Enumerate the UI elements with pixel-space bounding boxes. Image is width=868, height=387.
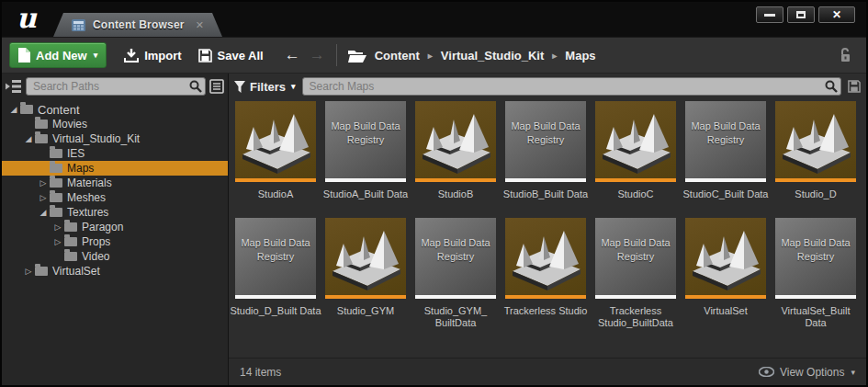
save-search-icon[interactable] (848, 80, 861, 93)
asset-tile[interactable]: Map Build Data RegistryStudioA_Built Dat… (323, 101, 408, 214)
tree-collapsed-icon[interactable]: ▷ (37, 190, 50, 205)
list-view-icon[interactable] (209, 79, 224, 94)
asset-name: StudioB_Built Data (500, 188, 592, 214)
asset-name: StudioC_Built Data (680, 188, 772, 214)
filter-funnel-icon (234, 81, 245, 93)
tree-item-textures[interactable]: ◢ Textures (2, 205, 228, 220)
map-thumbnail[interactable] (505, 218, 586, 299)
tree-item-materials[interactable]: ▷ Materials (2, 176, 228, 190)
breadcrumb-item-maps[interactable]: Maps (565, 49, 595, 63)
filters-button[interactable]: Filters ▾ (234, 80, 296, 94)
save-icon (198, 49, 212, 63)
tab-close-icon[interactable]: ✕ (196, 19, 204, 31)
map-thumbnail[interactable] (685, 218, 766, 299)
registry-thumbnail[interactable]: Map Build Data Registry (595, 218, 676, 299)
close-button[interactable]: ✕ (818, 6, 855, 23)
asset-tile[interactable]: Map Build Data RegistryStudioB_Built Dat… (503, 101, 588, 214)
save-all-button[interactable]: Save All (190, 42, 272, 68)
tree-expanded-icon[interactable]: ◢ (7, 102, 20, 117)
asset-tile[interactable]: Trackerless Studio (503, 218, 588, 331)
tab-content-browser[interactable]: Content Browser ✕ (53, 13, 222, 37)
maximize-button[interactable] (787, 6, 815, 23)
asset-name: Studio_GYM_ BuiltData (410, 305, 502, 331)
asset-tile[interactable]: Map Build Data RegistryTrackerless Studi… (593, 218, 678, 331)
tree-expanded-icon[interactable]: ◢ (37, 205, 50, 220)
search-assets-input[interactable] (302, 77, 841, 96)
tree-item-maps-selected[interactable]: Maps (2, 161, 228, 176)
registry-thumbnail[interactable]: Map Build Data Registry (775, 218, 856, 299)
asset-tile[interactable]: VirtualSet (683, 218, 768, 331)
eye-icon (759, 367, 774, 377)
tree-collapsed-icon[interactable]: ▷ (37, 176, 50, 190)
registry-overlay-text: Map Build Data Registry (329, 120, 402, 147)
registry-thumbnail[interactable]: Map Build Data Registry (505, 101, 586, 182)
tree-item-paragon[interactable]: ▷ Paragon (2, 220, 228, 234)
tree-item-label: Paragon (82, 221, 123, 233)
import-button[interactable]: Import (116, 42, 189, 68)
asset-tile[interactable]: Studio_D (773, 101, 858, 214)
registry-thumbnail[interactable]: Map Build Data Registry (235, 218, 316, 299)
save-all-label: Save All (218, 49, 264, 63)
registry-color-strip (775, 295, 856, 299)
tree-collapsed-icon[interactable]: ▷ (51, 220, 64, 234)
content-browser-body: ◢ Content Movies ◢ Virtual_Studio_Kit (2, 74, 866, 385)
add-new-label: Add New (36, 49, 87, 63)
registry-thumbnail[interactable]: Map Build Data Registry (325, 101, 406, 182)
map-thumbnail[interactable] (415, 101, 496, 182)
minimize-button[interactable] (756, 6, 783, 23)
search-paths-box (26, 77, 206, 96)
back-arrow-icon[interactable]: ← (285, 46, 300, 64)
map-thumbnail[interactable] (595, 101, 676, 182)
asset-tile[interactable]: Map Build Data RegistryStudio_GYM_ Built… (413, 218, 498, 331)
registry-thumbnail[interactable]: Map Build Data Registry (685, 101, 766, 182)
import-label: Import (144, 49, 181, 63)
search-paths-input[interactable] (26, 77, 206, 96)
registry-color-strip (595, 295, 676, 299)
asset-grid: StudioAMap Build Data RegistryStudioA_Bu… (229, 99, 866, 335)
tree-item-label: Movies (52, 118, 87, 131)
map-thumbnail[interactable] (235, 101, 316, 182)
asset-name: Trackerless Studio_BuiltData (590, 305, 682, 331)
tree-item-props[interactable]: ▷ Props (2, 234, 228, 249)
breadcrumb-item-virtual-studio-kit[interactable]: Virtual_Studio_Kit (441, 49, 544, 63)
registry-color-strip (415, 295, 496, 299)
unlock-icon[interactable] (839, 48, 851, 63)
asset-tile[interactable]: StudioB (413, 101, 498, 214)
tree-expanded-icon[interactable]: ◢ (22, 131, 35, 146)
asset-tile[interactable]: StudioA (233, 101, 318, 214)
add-new-button[interactable]: Add New ▾ (9, 42, 107, 68)
breadcrumb: Content ▸ Virtual_Studio_Kit ▸ Maps (348, 49, 596, 63)
tree-item-label: Materials (67, 176, 112, 189)
tree-item-content[interactable]: ◢ Content (2, 102, 228, 117)
chevron-down-icon: ▾ (94, 51, 98, 60)
asset-tile[interactable]: Map Build Data RegistryVirtualSet_Built … (773, 218, 858, 331)
registry-color-strip (235, 295, 316, 299)
view-options-button[interactable]: View Options ▾ (759, 366, 855, 379)
asset-name: VirtualSet_Built Data (770, 305, 862, 331)
tree-item-virtual-studio-kit[interactable]: ◢ Virtual_Studio_Kit (2, 131, 228, 146)
breadcrumb-item-content[interactable]: Content (375, 49, 420, 63)
folder-icon (50, 149, 62, 158)
asset-tile[interactable]: StudioC (593, 101, 678, 214)
tree-item-video[interactable]: Video (2, 249, 228, 264)
tree-item-ies[interactable]: IES (2, 146, 228, 161)
folder-icon (35, 120, 48, 129)
minimize-icon (764, 14, 775, 17)
asset-tile[interactable]: Map Build Data RegistryStudio_D_Built Da… (233, 218, 318, 331)
collapse-sources-icon[interactable] (6, 79, 22, 94)
folder-icon (50, 193, 62, 202)
registry-thumbnail[interactable]: Map Build Data Registry (415, 218, 496, 299)
title-bar: u Content Browser ✕ ✕ (2, 2, 866, 37)
studio-map-thumbnail-icon (685, 218, 766, 299)
tree-collapsed-icon[interactable]: ▷ (51, 234, 64, 249)
tree-item-movies[interactable]: Movies (2, 117, 228, 131)
asset-tile[interactable]: Studio_GYM (323, 218, 408, 331)
tree-item-virtualset[interactable]: ▷ VirtualSet (2, 264, 228, 279)
map-thumbnail[interactable] (325, 218, 406, 299)
map-color-strip (325, 295, 406, 299)
map-thumbnail[interactable] (775, 101, 856, 182)
asset-tile[interactable]: Map Build Data RegistryStudioC_Built Dat… (683, 101, 768, 214)
history-navigation: ← → (285, 46, 325, 64)
tree-item-meshes[interactable]: ▷ Meshes (2, 190, 228, 205)
tree-collapsed-icon[interactable]: ▷ (22, 264, 35, 279)
